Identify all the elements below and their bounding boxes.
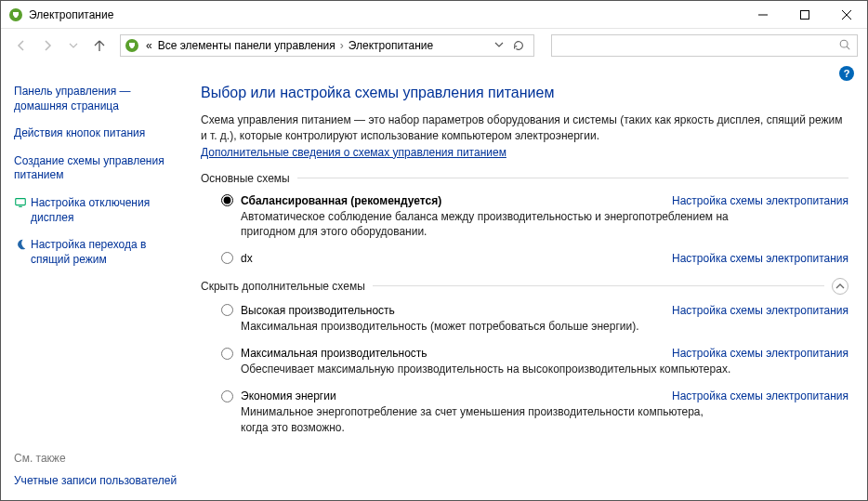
plan-settings-link[interactable]: Настройка схемы электропитания (672, 194, 848, 207)
plan-name[interactable]: dx (241, 252, 253, 265)
refresh-button[interactable] (507, 39, 530, 52)
recent-dropdown[interactable] (62, 34, 85, 57)
sidebar: Панель управления — домашняя страница Де… (1, 81, 191, 500)
plan-radio-eco[interactable] (221, 390, 233, 402)
sidebar-link-user-accounts[interactable]: Учетные записи пользователей (14, 474, 180, 489)
section-label: Скрыть дополнительные схемы (201, 280, 365, 293)
learn-more-link[interactable]: Дополнительные сведения о схемах управле… (201, 146, 506, 159)
window-title: Электропитание (29, 8, 742, 21)
address-dropdown[interactable] (491, 39, 507, 52)
sidebar-link-power-buttons[interactable]: Действия кнопок питания (14, 126, 180, 141)
content-area: Панель управления — домашняя страница Де… (1, 81, 867, 500)
plan-description: Минимальное энергопотребление за счет ум… (241, 404, 733, 434)
svg-point-6 (840, 40, 848, 47)
page-title: Выбор или настройка схемы управления пит… (201, 85, 848, 101)
plan-name[interactable]: Экономия энергии (241, 389, 336, 402)
plan-max-performance: Максимальная производительность Настройк… (221, 347, 848, 376)
forward-button[interactable] (36, 34, 59, 57)
section-extra-plans: Скрыть дополнительные схемы (201, 278, 848, 295)
svg-rect-8 (16, 199, 26, 205)
plan-dx: dx Настройка схемы электропитания (221, 252, 848, 265)
nav-bar: « Все элементы панели управления › Элект… (1, 29, 867, 62)
search-icon[interactable] (838, 38, 851, 54)
power-options-icon (8, 7, 23, 22)
section-label: Основные схемы (201, 172, 290, 185)
plan-settings-link[interactable]: Настройка схемы электропитания (672, 347, 848, 360)
back-button[interactable] (10, 34, 33, 57)
help-icon[interactable]: ? (839, 66, 854, 81)
breadcrumb-item-all[interactable]: Все элементы панели управления (155, 39, 338, 52)
power-options-icon (125, 38, 139, 53)
plan-radio-dx[interactable] (221, 252, 233, 264)
close-button[interactable] (825, 1, 867, 28)
breadcrumb-leading[interactable]: « (143, 39, 155, 52)
divider (373, 285, 824, 286)
plan-radio-max[interactable] (221, 348, 233, 360)
svg-rect-2 (800, 10, 809, 19)
plan-settings-link[interactable]: Настройка схемы электропитания (672, 252, 848, 265)
plan-description: Максимальная производительность (может п… (241, 319, 733, 334)
see-also-heading: См. также (14, 452, 180, 465)
plan-name[interactable]: Высокая производительность (241, 304, 395, 317)
divider (297, 178, 848, 178)
plan-name[interactable]: Сбалансированная (рекомендуется) (241, 194, 441, 207)
plan-radio-high[interactable] (221, 304, 233, 316)
titlebar: Электропитание (1, 1, 867, 29)
plan-name[interactable]: Максимальная производительность (241, 347, 427, 360)
plan-balanced: Сбалансированная (рекомендуется) Настрой… (221, 194, 848, 239)
plan-settings-link[interactable]: Настройка схемы электропитания (672, 304, 848, 317)
monitor-icon (14, 196, 27, 225)
page-description: Схема управления питанием — это набор па… (201, 112, 848, 144)
section-basic-plans: Основные схемы (201, 172, 848, 185)
sidebar-link-display-off[interactable]: Настройка отключения дисплея (14, 196, 180, 225)
help-row: ? (1, 62, 867, 81)
breadcrumb-item-power[interactable]: Электропитание (346, 39, 436, 52)
plan-settings-link[interactable]: Настройка схемы электропитания (672, 389, 848, 402)
sidebar-home-link[interactable]: Панель управления — домашняя страница (14, 85, 180, 113)
window-controls (742, 1, 867, 28)
address-bar[interactable]: « Все элементы панели управления › Элект… (120, 34, 534, 57)
minimize-button[interactable] (742, 1, 783, 28)
svg-line-7 (847, 46, 849, 49)
maximize-button[interactable] (783, 1, 825, 28)
sidebar-link-sleep[interactable]: Настройка перехода в спящий режим (14, 238, 180, 267)
plan-power-saver: Экономия энергии Настройка схемы электро… (221, 389, 848, 434)
search-box[interactable] (551, 34, 858, 57)
up-button[interactable] (88, 34, 111, 57)
search-input[interactable] (558, 39, 838, 52)
collapse-button[interactable] (832, 278, 848, 295)
plan-high-performance: Высокая производительность Настройка схе… (221, 304, 848, 334)
sidebar-link-create-plan[interactable]: Создание схемы управления питанием (14, 154, 180, 183)
plan-description: Обеспечивает максимальную производительн… (241, 362, 733, 376)
main-panel: Выбор или настройка схемы управления пит… (191, 81, 867, 500)
chevron-right-icon: › (338, 39, 346, 52)
plan-description: Автоматическое соблюдение баланса между … (241, 209, 733, 239)
plan-radio-balanced[interactable] (221, 194, 233, 206)
moon-icon (14, 238, 27, 267)
